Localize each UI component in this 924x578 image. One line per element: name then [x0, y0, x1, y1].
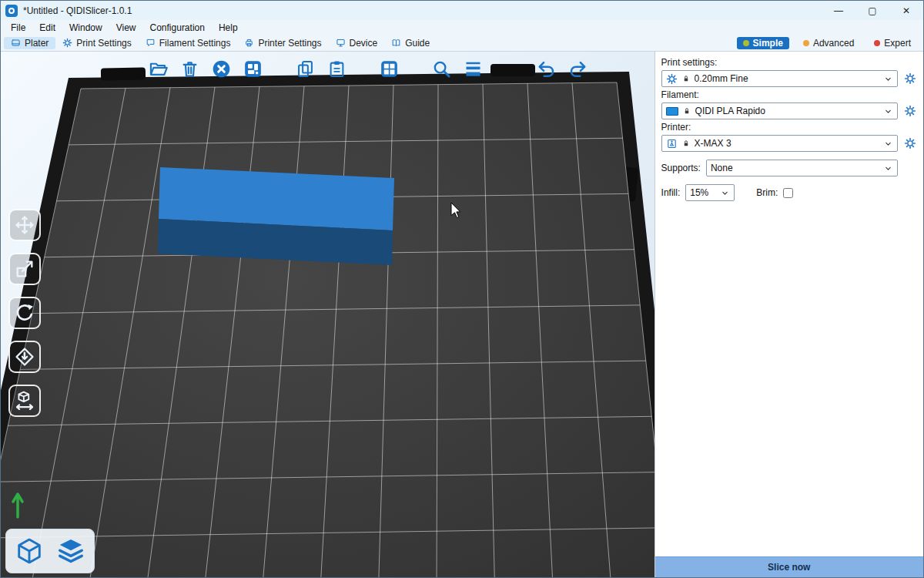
lock-icon: [681, 139, 691, 148]
gear-icon: [62, 38, 72, 48]
measure-icon: [14, 390, 35, 412]
mode-dot: [743, 40, 749, 46]
tab-print-settings[interactable]: Print Settings: [55, 37, 138, 49]
mode-advanced[interactable]: Advanced: [797, 37, 860, 49]
editor-view-button[interactable]: [10, 533, 49, 569]
measure-tool-button[interactable]: [8, 385, 41, 417]
menu-window[interactable]: Window: [62, 22, 109, 34]
layers-stack-icon: [56, 536, 85, 566]
printer-icon: [244, 38, 254, 48]
slice-now-button[interactable]: Slice now: [655, 556, 923, 577]
split-to-objects-button[interactable]: [377, 56, 401, 81]
edit-filament-button[interactable]: [903, 104, 917, 118]
tab-filament-settings[interactable]: Filament Settings: [139, 37, 238, 49]
filament-value: QIDI PLA Rapido: [695, 106, 879, 116]
scale-tool-button[interactable]: [8, 253, 41, 285]
supports-select[interactable]: None: [706, 160, 898, 176]
window-controls: — ▢ ✕: [822, 1, 923, 20]
filament-label: Filament:: [661, 89, 917, 100]
mode-label: Expert: [884, 38, 911, 49]
printer-value: X-MAX 3: [695, 138, 879, 149]
cube-3d-icon: [15, 536, 44, 566]
redo-button[interactable]: [565, 56, 590, 81]
copy-button[interactable]: [293, 56, 317, 81]
gear-icon: [666, 73, 678, 85]
menu-help[interactable]: Help: [212, 22, 245, 34]
tab-label: Guide: [405, 38, 430, 49]
menu-edit[interactable]: Edit: [32, 22, 62, 34]
plater-icon: [11, 38, 21, 48]
menu-configuration[interactable]: Configuration: [143, 22, 212, 34]
menu-file[interactable]: File: [4, 22, 32, 34]
trash-icon: [179, 59, 200, 79]
mode-switcher: Simple Advanced Expert: [737, 37, 920, 49]
viewport-3d[interactable]: [1, 52, 654, 577]
infill-select[interactable]: 15%: [685, 184, 735, 201]
printer-select[interactable]: X-MAX 3: [661, 135, 898, 152]
maximize-button[interactable]: ▢: [855, 1, 889, 20]
preview-view-button[interactable]: [52, 533, 90, 569]
delete-button[interactable]: [177, 56, 202, 81]
split-icon: [379, 59, 400, 79]
search-button[interactable]: [429, 56, 454, 81]
tab-printer-settings[interactable]: Printer Settings: [237, 37, 328, 49]
edit-print-settings-button[interactable]: [903, 72, 917, 86]
lock-icon: [682, 106, 691, 116]
rotate-tool-button[interactable]: [8, 297, 41, 329]
tab-label: Printer Settings: [258, 38, 321, 49]
print-settings-value: 0.20mm Fine: [695, 73, 879, 84]
edit-printer-button[interactable]: [903, 136, 917, 150]
printer-icon: [666, 138, 678, 150]
open-button[interactable]: [146, 56, 170, 81]
place-on-face-icon: [14, 346, 35, 368]
undo-icon: [536, 59, 557, 79]
move-tool-button[interactable]: [8, 209, 41, 241]
print-settings-select[interactable]: 0.20mm Fine: [661, 70, 898, 87]
open-folder-icon: [148, 59, 169, 79]
tab-device[interactable]: Device: [329, 37, 385, 49]
copy-icon: [295, 59, 316, 79]
printer-label: Printer:: [661, 122, 917, 133]
infill-label: Infill:: [661, 187, 681, 198]
variable-layer-height-button[interactable]: [460, 56, 485, 81]
close-button[interactable]: ✕: [889, 1, 923, 20]
filament-color-swatch: [666, 107, 678, 116]
view-toolbar: [5, 529, 95, 573]
gear-icon: [904, 137, 916, 150]
delete-all-button[interactable]: [209, 56, 233, 81]
mode-expert[interactable]: Expert: [868, 37, 917, 49]
tab-plater[interactable]: Plater: [4, 37, 55, 49]
main-content: Print settings: 0.20mm Fine Filament: QI…: [1, 52, 923, 577]
search-icon: [431, 59, 452, 79]
filament-select[interactable]: QIDI PLA Rapido: [661, 102, 898, 119]
tab-label: Filament Settings: [159, 38, 231, 49]
mode-simple[interactable]: Simple: [737, 37, 789, 49]
brim-checkbox[interactable]: [783, 188, 793, 198]
gizmo-toolbar: [8, 209, 41, 417]
chevron-down-icon: [883, 74, 893, 84]
supports-value: None: [711, 163, 879, 173]
delete-all-icon: [211, 59, 232, 79]
redo-icon: [567, 59, 588, 79]
object-toolbar: [146, 56, 590, 81]
chevron-down-icon: [883, 139, 893, 149]
arrange-button[interactable]: [240, 56, 265, 81]
minimize-button[interactable]: —: [822, 1, 855, 20]
arrange-icon: [243, 59, 263, 79]
settings-sidebar: Print settings: 0.20mm Fine Filament: QI…: [654, 52, 923, 577]
guide-icon: [391, 38, 401, 48]
menu-view[interactable]: View: [109, 22, 143, 34]
print-settings-label: Print settings:: [661, 57, 917, 68]
tab-label: Device: [350, 38, 378, 49]
tab-label: Print Settings: [76, 38, 131, 49]
layer-height-icon: [463, 59, 484, 79]
place-on-face-tool-button[interactable]: [8, 341, 41, 373]
undo-button[interactable]: [534, 56, 558, 81]
filament-icon: [146, 38, 156, 48]
paste-button[interactable]: [324, 56, 349, 81]
titlebar: *Untitled - QIDISlicer-1.0.1 — ▢ ✕: [1, 1, 923, 20]
chevron-down-icon: [883, 106, 893, 116]
tab-guide[interactable]: Guide: [384, 37, 437, 49]
print-bed: [1, 52, 654, 577]
infill-value: 15%: [690, 187, 716, 198]
